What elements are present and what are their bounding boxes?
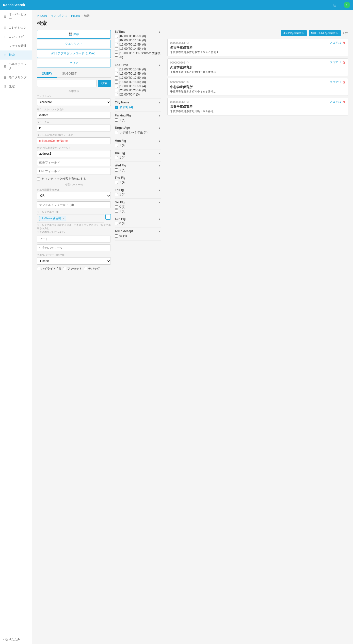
copy-icon-1[interactable]: ⧉ (186, 41, 188, 44)
facet-header-sun[interactable]: Sun Flg ▲ (115, 217, 161, 220)
sidebar-item-search[interactable]: ⊞ 検索 (0, 50, 32, 60)
facet-checkbox-et-16[interactable] (115, 72, 118, 75)
avatar[interactable]: t (344, 2, 350, 8)
facet-checkbox-sat-1[interactable] (115, 210, 118, 213)
url-field-input[interactable] (37, 168, 111, 175)
facet-checkbox-st-09[interactable] (115, 39, 118, 42)
json-view-button[interactable]: JSONを表示する (281, 30, 307, 36)
request-handler-input[interactable] (37, 112, 111, 119)
debug-checkbox[interactable] (84, 267, 87, 270)
filter-tag-remove[interactable]: ✕ (62, 217, 64, 220)
sidebar-item-settings[interactable]: ⚙ 設定 (0, 82, 32, 91)
plus-icon[interactable]: + (339, 3, 341, 7)
copy-icon-3[interactable]: ⧉ (186, 80, 188, 84)
query-operator-label: クエリ演算子 (q.op) (37, 188, 111, 192)
facet-chevron-thu: ▲ (158, 176, 161, 179)
search-input[interactable] (37, 80, 96, 87)
facet-header-temp-accept[interactable]: Temp Accept ▲ (115, 230, 161, 233)
tab-query[interactable]: QUERY (37, 70, 57, 78)
highlight-checkbox[interactable] (37, 267, 40, 270)
facet-item-label: 1 (4) (120, 180, 126, 184)
breadcrumb-instances[interactable]: インスタンス (51, 14, 67, 18)
filter-query-box[interactable]: cityName:多古町 ✕ (37, 214, 104, 223)
sidebar-item-file-management[interactable]: □ ファイル管理 (0, 41, 32, 50)
facet-checkbox-st-13[interactable] (115, 47, 118, 50)
facet-checkbox-sat-0[interactable] (115, 205, 118, 208)
search-button[interactable]: 検索 (98, 80, 111, 87)
unique-key-field-group: ユニークキー (37, 121, 111, 132)
facet-checkbox-et-21[interactable] (115, 93, 118, 96)
copy-icon-4[interactable]: ⧉ (186, 100, 188, 104)
facet-header-mon[interactable]: Mon Flg ▲ (115, 139, 161, 142)
facet-checkbox-et-19[interactable] (115, 85, 118, 88)
web-app-download-button[interactable]: WEBアプリダウンロード（JAVA） (37, 49, 111, 58)
facet-checkbox-tue-1[interactable] (115, 156, 118, 159)
sidebar-item-health-check[interactable]: ⊞ ヘルスチェック (0, 60, 32, 73)
search-row: 検索 (37, 80, 111, 87)
semantic-search-checkbox[interactable] (37, 177, 40, 180)
query-parser-select[interactable]: lucene dismax edismax (37, 257, 111, 265)
facet-header-tue[interactable]: Tue Flg ▲ (115, 152, 161, 155)
collection-select[interactable]: childcare (37, 98, 111, 106)
facet-checkbox-et-12[interactable] (115, 68, 118, 71)
facet-checkbox-et-17[interactable] (115, 76, 118, 80)
facet-checkbox-fri-1[interactable] (115, 193, 118, 196)
query-operator-select[interactable]: OR AND (37, 192, 111, 200)
facet-item-label: [20:00 TO 20:59] (0) (120, 88, 146, 92)
image-field-input[interactable] (37, 159, 111, 166)
facet-checkbox-parking-1[interactable] (115, 118, 118, 122)
sidebar-footer-collapse[interactable]: ‹ 折りたたみ (0, 635, 32, 644)
facet-header-wed[interactable]: Wed Flg ▲ (115, 164, 161, 167)
copy-icon-2[interactable]: ⧉ (186, 61, 188, 64)
unique-key-input[interactable] (37, 124, 111, 132)
health-icon: ⊞ (3, 64, 7, 68)
facet-header-end-time[interactable]: End Time ▲ (115, 63, 161, 67)
facet-checkbox[interactable] (63, 267, 66, 270)
solr-url-button[interactable]: SOLR URLを表示する (309, 30, 341, 36)
facet-header-st-time[interactable]: St Time ▲ (115, 30, 161, 34)
sidebar-item-label: 設定 (9, 84, 15, 88)
optional-params-input[interactable] (37, 244, 111, 251)
facet-checkbox-temp-none[interactable] (115, 234, 118, 238)
facet-header-target-age[interactable]: Target Age ▲ (115, 126, 161, 130)
facet-checkbox-st-07[interactable] (115, 35, 118, 38)
result-id-row-3: 0000000963 ⧉ (170, 80, 188, 84)
sidebar-item-collections[interactable]: ⊞ コレクション (0, 23, 32, 32)
sidebar-item-config[interactable]: ⊞ コンフィグ (0, 32, 32, 41)
facet-checkbox-et-20[interactable] (115, 89, 118, 92)
default-field-input[interactable] (37, 201, 111, 208)
facet-checkbox-thu-1[interactable] (115, 181, 118, 184)
facet-checked-city[interactable]: ✓ (115, 106, 118, 109)
facet-header-fri[interactable]: Fri Flg ▲ (115, 188, 161, 192)
facet-checkbox-st-15[interactable] (115, 54, 118, 56)
filter-add-button[interactable]: + (105, 214, 111, 220)
facet-checkbox-st-12[interactable] (115, 43, 118, 46)
query-list-button[interactable]: クエリリスト (37, 40, 111, 48)
facet-checkbox-wed-1[interactable] (115, 168, 118, 172)
facet-checkbox-sun-0[interactable] (115, 222, 118, 225)
sidebar-item-overview[interactable]: ⊞ オーバービュー (0, 10, 32, 23)
bottom-checkboxes: ハイライト (hl) ファセット デバッグ (37, 266, 111, 271)
breadcrumb-proj[interactable]: PROJ01 (37, 14, 47, 17)
save-button[interactable]: 💾 保存 (37, 30, 111, 39)
delete-btn-3[interactable]: 🗑 (342, 80, 345, 84)
sort-input[interactable] (37, 236, 111, 242)
title-field-input[interactable] (37, 137, 111, 144)
facet-checkbox-target-age-1[interactable] (115, 131, 118, 134)
facet-header-thu[interactable]: Thu Flg ▲ (115, 176, 161, 180)
optional-params-field-group (37, 244, 111, 251)
breadcrumb-inst01[interactable]: INST01 (71, 14, 80, 17)
sidebar-item-monitoring[interactable]: ⊞ モニタリング (0, 73, 32, 82)
facet-checkbox-et-18[interactable] (115, 80, 118, 84)
delete-btn-2[interactable]: 🗑 (342, 61, 345, 64)
delete-btn-4[interactable]: 🗑 (342, 100, 345, 104)
facet-checkbox-mon-1[interactable] (115, 144, 118, 147)
tab-suggest[interactable]: SUGGEST (57, 70, 82, 78)
facet-header-sat[interactable]: Sat Flg ▲ (115, 201, 161, 204)
puzzle-icon[interactable]: ⊞ (333, 3, 336, 8)
body-field-input[interactable] (37, 150, 111, 157)
facet-header-parking[interactable]: Parking Flg ▲ (115, 114, 161, 117)
clear-button[interactable]: クリア (37, 59, 111, 68)
facet-header-city-name[interactable]: City Name ▲ (115, 101, 161, 104)
delete-btn-1[interactable]: 🗑 (342, 41, 345, 44)
